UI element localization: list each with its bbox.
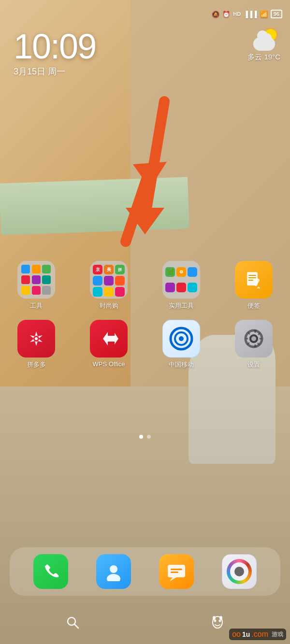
wifi-icon: 📶 [260, 11, 268, 18]
notes-icon[interactable] [235, 261, 273, 299]
svg-rect-25 [171, 569, 182, 570]
weather-icon [251, 29, 277, 51]
camera-inner [230, 562, 248, 581]
pdd-label: 拼多多 [27, 360, 46, 369]
svg-point-20 [251, 336, 256, 341]
watermark-oo: oo [232, 630, 241, 639]
battery-icon: 96 [271, 10, 282, 18]
svg-marker-13 [103, 332, 118, 345]
watermark: oo 1u .com 游戏 [229, 629, 286, 640]
camera-app[interactable] [222, 554, 257, 589]
gallery-app[interactable] [159, 554, 194, 589]
svg-rect-26 [171, 572, 178, 573]
tools-folder-item[interactable]: 工具 [10, 261, 63, 310]
svg-rect-7 [248, 280, 253, 281]
gallery-icon [166, 561, 187, 582]
assistant-icon [210, 615, 225, 630]
fashion-folder-icon[interactable]: 京 美 拼 [90, 261, 128, 299]
pdd-app-item[interactable]: 拼多多 [10, 320, 63, 369]
settings-icon[interactable] [235, 320, 273, 358]
svg-point-31 [219, 620, 221, 622]
app-grid: 工具 京 美 拼 时尚购 🌿 ⚙ [0, 261, 290, 379]
settings-label: 设置 [247, 360, 260, 369]
wps-label: WPS Office [93, 360, 125, 368]
search-button[interactable] [65, 615, 80, 630]
notes-app-item[interactable]: 便签 [227, 261, 280, 310]
svg-rect-6 [248, 277, 256, 278]
settings-app-item[interactable]: 设置 [227, 320, 280, 369]
notes-label: 便签 [247, 301, 260, 310]
svg-point-22 [107, 574, 120, 581]
mute-icon: 🔕 [212, 11, 219, 18]
svg-point-32 [213, 616, 216, 620]
svg-point-16 [179, 336, 184, 341]
signal-icon: ▐▐▐ [244, 11, 257, 18]
svg-point-33 [219, 616, 222, 620]
phone-app[interactable] [33, 554, 68, 589]
svg-point-30 [214, 620, 217, 622]
page-dot-1[interactable] [139, 435, 143, 439]
search-icon [65, 615, 80, 630]
fashion-folder-item[interactable]: 京 美 拼 时尚购 [82, 261, 135, 310]
utility-folder-item[interactable]: 🌿 ⚙ 实用工具 [155, 261, 208, 310]
alarm-icon: ⏰ [222, 11, 230, 18]
wps-app-item[interactable]: WPS Office [82, 320, 135, 369]
app-row-1: 工具 京 美 拼 时尚购 🌿 ⚙ [10, 261, 280, 310]
page-dot-2[interactable] [147, 435, 151, 439]
cloud-icon [253, 37, 275, 51]
dock [10, 547, 280, 596]
app-row-2: 拼多多 WPS Office [10, 320, 280, 369]
date: 3月15日 周一 [14, 66, 96, 77]
cmcc-icon[interactable] [162, 320, 200, 358]
svg-marker-24 [170, 577, 176, 581]
tools-label: 工具 [30, 301, 43, 310]
voice-assistant-button[interactable] [210, 615, 225, 630]
tools-folder-icon[interactable] [17, 261, 55, 299]
svg-point-21 [110, 565, 117, 573]
page-dots [0, 435, 290, 439]
wps-icon[interactable] [90, 320, 128, 358]
weather-info: 多云 19°C [247, 53, 280, 62]
clock: 10:09 [14, 29, 96, 64]
watermark-category: 游戏 [272, 630, 283, 639]
svg-line-28 [74, 624, 78, 628]
fashion-label: 时尚购 [100, 301, 118, 310]
svg-marker-9 [257, 286, 261, 288]
time-display: 10:09 3月15日 周一 [14, 29, 96, 77]
hd-icon: HD [233, 11, 241, 17]
status-bar: 🔕 ⏰ HD ▐▐▐ 📶 96 [0, 0, 290, 24]
battery-level: 96 [271, 10, 282, 18]
weather-widget[interactable]: 多云 19°C [247, 29, 280, 62]
utility-label: 实用工具 [169, 301, 194, 310]
svg-point-12 [35, 337, 38, 340]
watermark-com: .com [251, 630, 268, 639]
contacts-icon [104, 562, 123, 581]
cmcc-app-item[interactable]: 中国移动 [155, 320, 208, 369]
bottom-bar [0, 615, 290, 630]
pdd-icon[interactable] [17, 320, 55, 358]
svg-rect-23 [168, 565, 185, 577]
svg-rect-5 [248, 275, 256, 276]
contacts-app[interactable] [96, 554, 131, 589]
cmcc-label: 中国移动 [169, 360, 194, 369]
camera-center [234, 567, 244, 576]
watermark-badge: oo 1u .com 游戏 [229, 629, 286, 640]
status-icons: 🔕 ⏰ HD ▐▐▐ 📶 96 [212, 10, 282, 18]
utility-folder-icon[interactable]: 🌿 ⚙ [162, 261, 200, 299]
camera-ring [227, 559, 252, 584]
watermark-1u: 1u [242, 630, 250, 638]
phone-icon [41, 562, 60, 581]
